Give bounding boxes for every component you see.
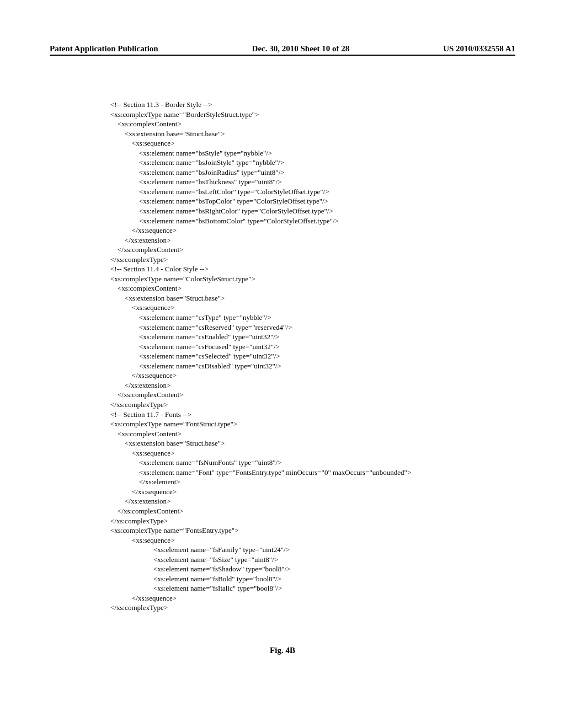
header-left: Patent Application Publication	[50, 44, 158, 53]
header-right: US 2010/0332558 A1	[443, 44, 515, 53]
header-center: Dec. 30, 2010 Sheet 10 of 28	[252, 44, 350, 53]
page-container: Patent Application Publication Dec. 30, …	[0, 0, 565, 677]
figure-caption: Fig. 4B	[50, 646, 515, 655]
xml-schema-code: <!-- Section 11.3 - Border Style --> <xs…	[110, 100, 515, 613]
page-header: Patent Application Publication Dec. 30, …	[50, 44, 515, 56]
